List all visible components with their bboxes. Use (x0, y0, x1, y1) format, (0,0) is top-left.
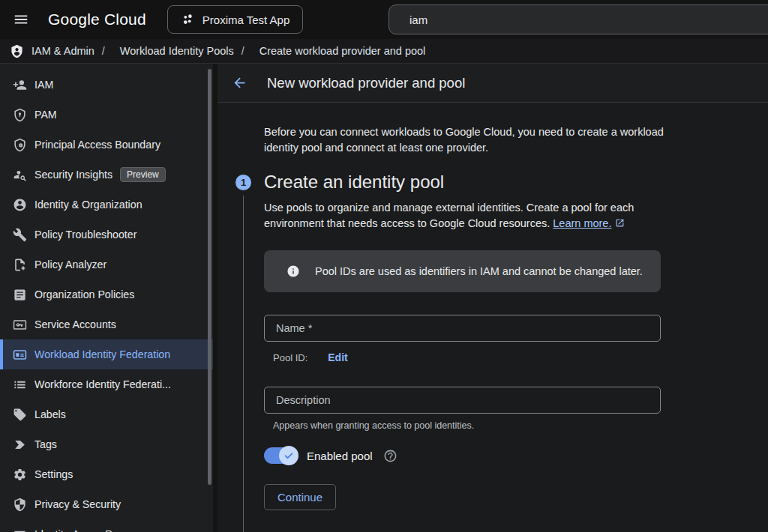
step-heading: Create an identity pool (264, 172, 661, 193)
sidebar-item-identity-organization[interactable]: Identity & Organization (0, 190, 213, 220)
sidebar-item-pam[interactable]: PAM (0, 100, 213, 130)
person-search-icon (12, 167, 27, 182)
account-circle-icon (12, 197, 27, 212)
page-header: New workload provider and pool (218, 64, 768, 103)
sidebar-item-label: Policy Troubleshooter (34, 229, 136, 241)
sidebar-item-label: Identity-Aware Proxy (34, 528, 133, 532)
edit-pool-id-link[interactable]: Edit (328, 351, 347, 363)
sidebar-item-privacy-security[interactable]: Privacy & Security (0, 489, 213, 519)
sidebar-item-label: Tags (34, 438, 57, 450)
sidebar-item-labels[interactable]: Labels (0, 399, 213, 429)
pool-id-label: Pool ID: (273, 352, 308, 363)
top-app-bar: Google Cloud Proxima Test App (0, 0, 768, 39)
sidebar-item-security-insights[interactable]: Security Insights Preview (0, 160, 213, 190)
description-helper-text: Appears when granting access to pool ide… (273, 420, 661, 431)
sidebar-item-workload-identity-federation[interactable]: Workload Identity Federation (0, 339, 213, 369)
pool-name-input[interactable] (264, 315, 661, 342)
iam-admin-shield-icon (10, 44, 24, 58)
lines-icon (12, 527, 27, 532)
breadcrumb-current-page: Create workload provider and pool (260, 45, 426, 57)
shield-key-icon (12, 107, 27, 122)
sidebar-item-iam[interactable]: IAM (0, 70, 213, 100)
search-input[interactable] (388, 4, 768, 34)
sidebar-item-label: Organization Policies (34, 288, 134, 300)
sidebar-item-settings[interactable]: Settings (0, 459, 213, 489)
check-icon (284, 450, 294, 461)
external-link-icon (615, 218, 625, 228)
sidebar-item-label: IAM (34, 79, 53, 91)
shield-icon (12, 497, 27, 512)
intro-text: Before you can connect workloads to Goog… (264, 124, 669, 156)
project-name: Proxima Test App (202, 13, 290, 26)
sidebar-item-label: Privacy & Security (34, 498, 121, 510)
sidebar-item-label: Workforce Identity Federati... (34, 378, 171, 390)
iam-admin-sidebar: IAM PAM Principal Access Boundary Securi… (0, 64, 213, 532)
sidebar-item-policy-analyzer[interactable]: Policy Analyzer (0, 250, 213, 279)
project-icon (181, 13, 194, 26)
document-lines-icon (12, 287, 27, 302)
sidebar-item-policy-troubleshooter[interactable]: Policy Troubleshooter (0, 220, 213, 250)
enabled-pool-label: Enabled pool (307, 450, 373, 462)
sidebar-item-label: Labels (34, 408, 66, 420)
sidebar-scrollbar[interactable] (208, 69, 212, 485)
info-banner: Pool IDs are used as identifiers in IAM … (264, 250, 661, 292)
wrench-icon (12, 227, 27, 242)
breadcrumb-separator: / (102, 45, 105, 57)
step-number-badge: 1 (236, 175, 251, 190)
main-panel: New workload provider and pool Before yo… (218, 64, 768, 532)
gear-icon (12, 467, 27, 482)
continue-button[interactable]: Continue (264, 484, 336, 510)
identity-card-icon (12, 347, 27, 362)
sidebar-item-principal-access-boundary[interactable]: Principal Access Boundary (0, 130, 213, 160)
pool-description-input[interactable] (264, 387, 661, 414)
list-icon (12, 377, 27, 392)
tag-icon (12, 437, 27, 452)
help-icon (383, 449, 398, 463)
pool-id-row: Pool ID: Edit (273, 351, 661, 363)
project-selector-button[interactable]: Proxima Test App (167, 5, 303, 34)
google-cloud-logo[interactable]: Google Cloud (48, 10, 146, 28)
sidebar-item-workforce-identity-federation[interactable]: Workforce Identity Federati... (0, 369, 213, 399)
breadcrumb-separator: / (242, 45, 244, 57)
page-content: Before you can connect workloads to Goog… (218, 103, 768, 532)
shield-person-icon (12, 137, 27, 152)
breadcrumb-workload-identity-pools[interactable]: Workload Identity Pools (120, 45, 234, 57)
page-title: New workload provider and pool (267, 75, 465, 91)
preview-badge: Preview (120, 167, 166, 182)
sidebar-item-label: Security Insights (34, 169, 112, 181)
person-add-icon (12, 77, 27, 92)
key-icon (12, 317, 27, 332)
sidebar-item-tags[interactable]: Tags (0, 429, 213, 459)
breadcrumb-iam-admin[interactable]: IAM & Admin (32, 45, 94, 57)
info-icon (286, 265, 300, 278)
sidebar-item-label: Principal Access Boundary (34, 139, 160, 151)
step-1-section: 1 Create an identity pool Use pools to o… (218, 172, 768, 532)
sidebar-item-label: Policy Analyzer (34, 259, 106, 270)
gcp-console-window: Google Cloud Proxima Test App IAM & Admi… (0, 0, 768, 532)
stepper-rail: 1 (236, 172, 251, 532)
sidebar-item-service-accounts[interactable]: Service Accounts (0, 309, 213, 339)
sidebar-item-label: Service Accounts (34, 318, 116, 330)
sidebar-item-label: Settings (34, 468, 73, 480)
menu-button[interactable] (6, 4, 36, 34)
learn-more-link[interactable]: Learn more. (553, 217, 625, 229)
body-area: IAM PAM Principal Access Boundary Securi… (0, 64, 768, 532)
step-description: Use pools to organize and manage externa… (264, 200, 661, 232)
sidebar-item-label: PAM (34, 109, 57, 121)
help-button[interactable] (382, 447, 399, 464)
enabled-pool-toggle[interactable] (264, 447, 297, 464)
label-icon (12, 407, 27, 422)
sidebar-item-organization-policies[interactable]: Organization Policies (0, 279, 213, 309)
sidebar-item-label: Workload Identity Federation (34, 348, 170, 360)
sidebar-item-label: Identity & Organization (34, 199, 142, 211)
breadcrumb: IAM & Admin / Workload Identity Pools / … (0, 39, 768, 64)
sidebar-item-identity-aware-proxy[interactable]: Identity-Aware Proxy (0, 519, 213, 532)
toggle-thumb (279, 446, 298, 465)
stepper-connector-line (243, 196, 244, 532)
info-banner-text: Pool IDs are used as identifiers in IAM … (315, 264, 643, 279)
back-arrow-icon (232, 75, 248, 91)
enabled-pool-row: Enabled pool (264, 447, 661, 464)
document-gear-icon (12, 257, 27, 272)
hamburger-icon (13, 11, 29, 28)
back-button[interactable] (230, 73, 249, 93)
